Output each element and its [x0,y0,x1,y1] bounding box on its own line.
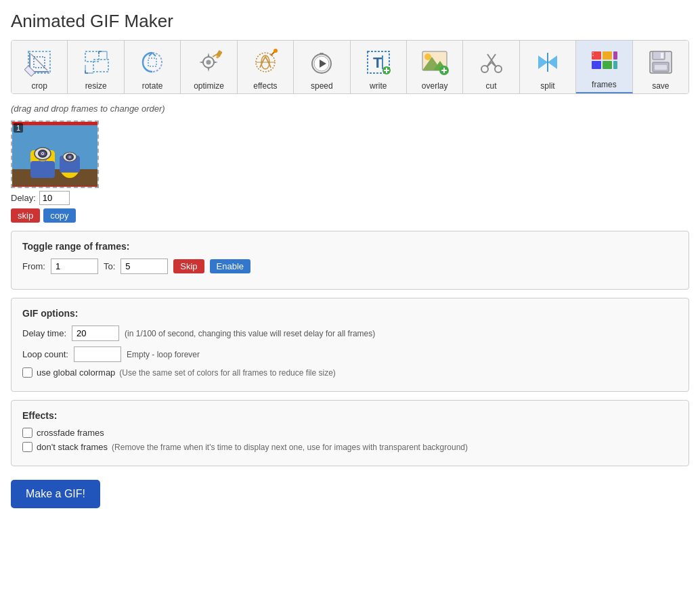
effects-label: effects [253,81,277,91]
split-icon [531,46,564,79]
tool-write[interactable]: T write [351,41,407,93]
svg-rect-54 [655,65,667,70]
svg-rect-74 [12,186,99,188]
global-colormap-hint: (Use the same set of colors for all fram… [119,368,335,378]
frame-image [12,122,99,188]
svg-rect-55 [661,53,663,58]
no-stack-hint: (Remove the frame when it's time to disp… [112,443,468,452]
svg-rect-47 [613,51,617,60]
frame-thumbnail[interactable]: 1 [11,120,99,188]
no-stack-row: don't stack frames (Remove the frame whe… [22,442,678,452]
to-input[interactable] [121,259,168,274]
save-icon [644,46,677,79]
effects-icon [249,46,282,79]
tool-split[interactable]: split [520,41,576,93]
tool-save[interactable]: save [633,41,688,93]
tool-rotate[interactable]: rotate [125,41,181,93]
speed-label: speed [311,81,333,91]
toggle-range-section: Toggle range of frames: From: To: Skip E… [11,231,689,290]
to-label: To: [104,261,115,271]
no-stack-checkbox[interactable] [22,442,32,452]
effects-section: Effects: crossfade frames don't stack fr… [11,400,689,466]
delay-time-label: Delay time: [22,328,66,338]
crop-label: crop [32,81,47,91]
crop-icon [23,46,56,79]
save-label: save [652,81,669,91]
from-input[interactable] [51,259,98,274]
tool-overlay[interactable]: overlay [407,41,463,93]
svg-rect-57 [12,169,99,188]
frame-controls: Delay: skip copy [11,191,99,223]
enable-range-button[interactable]: Enable [210,259,250,273]
delay-time-row: Delay time: (in 1/100 of second, changin… [22,326,678,341]
delay-input[interactable] [39,191,70,205]
tool-crop[interactable]: crop [12,41,68,93]
optimize-label: optimize [194,81,224,91]
frame-number: 1 [14,123,23,133]
toolbar: crop resize rota [11,40,689,94]
make-gif-button[interactable]: Make a GIF! [11,480,100,508]
page-title: Animated GIF Maker [11,11,689,32]
svg-rect-56 [12,122,99,169]
cut-icon [475,46,508,79]
svg-point-11 [206,60,211,65]
delay-row: Delay: [11,191,70,205]
toggle-range-row: From: To: Skip Enable [22,259,678,274]
svg-rect-4 [93,60,108,72]
global-colormap-row: use global colormap (Use the same set of… [22,367,678,378]
resize-label: resize [85,81,107,91]
svg-point-30 [424,53,431,60]
write-icon: T [362,46,395,79]
loop-count-label: Loop count: [22,349,68,359]
no-stack-label: don't stack frames [37,442,108,452]
drag-hint: (drag and drop frames to change order) [11,104,689,114]
toggle-range-title: Toggle range of frames: [22,241,678,252]
frames-icon [588,45,620,77]
svg-rect-44 [592,61,601,69]
frame-copy-button[interactable]: copy [43,208,75,223]
svg-point-65 [42,153,43,154]
svg-rect-50 [592,55,594,56]
from-label: From: [22,261,45,271]
frame-btn-row: skip copy [11,208,76,223]
crossfade-checkbox[interactable] [22,428,32,438]
delay-time-input[interactable] [72,326,119,341]
frames-label: frames [592,80,617,89]
global-colormap-checkbox[interactable] [22,367,32,378]
skip-range-button[interactable]: Skip [173,259,204,273]
svg-rect-60 [30,161,55,178]
tool-frames[interactable]: frames [576,41,632,93]
delay-label: Delay: [11,193,36,203]
svg-text:T: T [373,54,382,71]
global-colormap-label: use global colormap [37,367,115,378]
gif-options-section: GIF options: Delay time: (in 1/100 of se… [11,298,689,392]
loop-count-input[interactable] [74,346,121,362]
overlay-icon [418,46,451,79]
loop-count-row: Loop count: Empty - loop forever [22,346,678,362]
write-label: write [370,81,387,91]
rotate-label: rotate [142,81,163,91]
tool-optimize[interactable]: optimize [181,41,237,93]
crossfade-row: crossfade frames [22,428,678,438]
svg-rect-9 [148,58,156,66]
svg-rect-48 [613,61,617,69]
svg-rect-49 [592,52,594,53]
rotate-icon [136,46,169,79]
svg-rect-45 [603,51,612,60]
loop-count-hint: Empty - loop forever [127,350,200,359]
tool-speed[interactable]: speed [294,41,350,93]
frame-card: 1 [11,120,99,223]
tool-resize[interactable]: resize [68,41,124,93]
overlay-label: overlay [422,81,448,91]
crossfade-label: crossfade frames [37,428,104,438]
frames-area: 1 [11,120,689,223]
frame-skip-button[interactable]: skip [11,208,40,223]
svg-rect-13 [216,50,223,58]
cut-label: cut [486,81,497,91]
resize-icon [80,46,112,79]
tool-cut[interactable]: cut [463,41,519,93]
delay-time-hint: (in 1/100 of second, changing this value… [125,329,375,338]
tool-effects[interactable]: effects [238,41,294,93]
optimize-icon [192,46,225,79]
svg-point-17 [274,49,278,53]
